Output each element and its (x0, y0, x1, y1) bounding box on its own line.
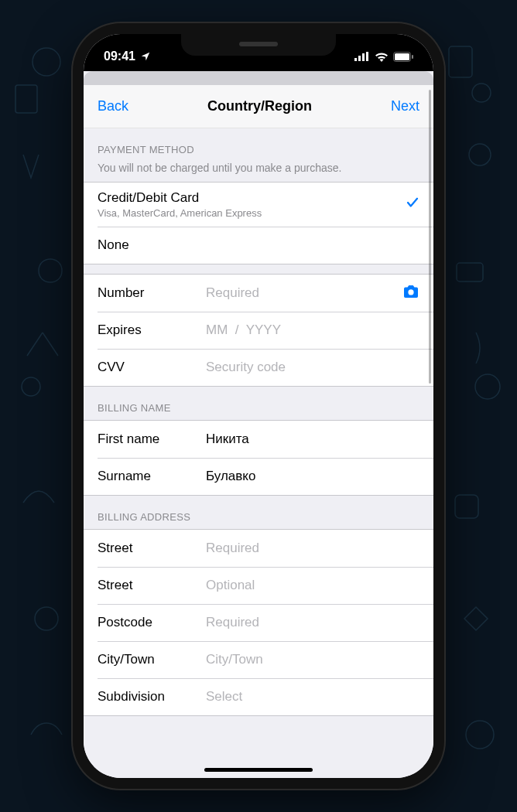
card-number-row[interactable]: Number (84, 275, 433, 312)
wifi-icon (375, 52, 389, 62)
subdivision-input[interactable] (206, 689, 419, 705)
svg-rect-1 (449, 46, 472, 77)
postcode-row[interactable]: Postcode (84, 604, 433, 641)
cellular-icon (354, 52, 370, 61)
street1-input[interactable] (206, 541, 419, 556)
home-indicator[interactable] (204, 768, 313, 772)
payment-method-title: PAYMENT METHOD (98, 144, 419, 155)
svg-point-2 (469, 144, 491, 165)
status-time: 09:41 (104, 49, 135, 63)
city-row[interactable]: City/Town (84, 641, 433, 678)
cvv-row[interactable]: CVV (84, 349, 433, 386)
billing-name-header: BILLING NAME (84, 387, 433, 420)
sheet-content: Back Country/Region Next PAYMENT METHOD … (84, 85, 433, 778)
city-label: City/Town (98, 652, 206, 667)
street2-input[interactable] (206, 578, 419, 593)
billing-address-group: Street Street Postcode City/Town Subdivi… (84, 529, 433, 716)
next-button[interactable]: Next (391, 98, 419, 114)
street2-row[interactable]: Street (84, 567, 433, 604)
payment-method-note: You will not be charged until you make a… (84, 162, 433, 182)
credit-sub: Visa, MasterCard, American Express (98, 207, 262, 219)
nav-title: Country/Region (207, 98, 312, 114)
street1-row[interactable]: Street (84, 530, 433, 567)
surname-row[interactable]: Surname (84, 458, 433, 495)
back-button[interactable]: Back (98, 98, 128, 114)
svg-rect-12 (362, 53, 365, 61)
speaker (239, 42, 278, 46)
sheet-handle-area (84, 71, 433, 85)
first-name-row[interactable]: First name (84, 421, 433, 458)
expires-label: Expires (98, 322, 206, 338)
svg-rect-16 (412, 55, 413, 59)
svg-rect-9 (15, 85, 37, 113)
svg-rect-6 (455, 495, 478, 518)
number-input[interactable] (206, 285, 402, 301)
scrollbar[interactable] (429, 90, 431, 384)
camera-icon[interactable] (402, 285, 419, 302)
postcode-label: Postcode (98, 615, 206, 630)
expires-row[interactable]: Expires (84, 312, 433, 349)
city-input[interactable] (206, 652, 419, 667)
svg-rect-13 (366, 52, 368, 61)
svg-point-0 (33, 48, 60, 76)
svg-rect-15 (395, 53, 409, 60)
first-name-input[interactable] (206, 432, 419, 447)
payment-method-header: PAYMENT METHOD (84, 128, 433, 162)
none-title: None (98, 237, 129, 253)
svg-point-7 (35, 607, 58, 630)
street1-label: Street (98, 541, 206, 556)
surname-input[interactable] (206, 469, 419, 484)
notch (181, 34, 336, 56)
billing-name-group: First name Surname (84, 420, 433, 496)
street2-label: Street (98, 578, 206, 593)
postcode-input[interactable] (206, 615, 419, 630)
payment-option-credit[interactable]: Credit/Debit Card Visa, MasterCard, Amer… (84, 183, 433, 227)
svg-rect-11 (358, 56, 361, 61)
location-icon (140, 51, 151, 62)
cvv-input[interactable] (206, 360, 419, 375)
expires-input[interactable] (206, 322, 419, 338)
nav-bar: Back Country/Region Next (84, 85, 433, 128)
payment-options-group: Credit/Debit Card Visa, MasterCard, Amer… (84, 182, 433, 264)
surname-label: Surname (98, 469, 206, 484)
billing-address-header: BILLING ADDRESS (84, 496, 433, 529)
cvv-label: CVV (98, 360, 206, 375)
first-name-label: First name (98, 432, 206, 447)
battery-icon (393, 52, 413, 62)
svg-point-8 (466, 721, 494, 749)
svg-rect-10 (354, 58, 357, 61)
subdivision-row[interactable]: Subdivision (84, 678, 433, 715)
phone-frame: 09:41 Back Country/Region Next PAYMENT M… (73, 23, 444, 789)
svg-rect-3 (457, 263, 483, 281)
credit-title: Credit/Debit Card (98, 190, 262, 206)
number-label: Number (98, 285, 206, 301)
svg-point-5 (475, 374, 500, 399)
svg-point-17 (408, 289, 413, 295)
card-fields-group: Number Expires CVV (84, 274, 433, 387)
checkmark-icon (406, 196, 419, 213)
svg-point-4 (22, 377, 40, 396)
payment-option-none[interactable]: None (84, 227, 433, 264)
subdivision-label: Subdivision (98, 689, 206, 705)
phone-screen: 09:41 Back Country/Region Next PAYMENT M… (84, 34, 433, 778)
